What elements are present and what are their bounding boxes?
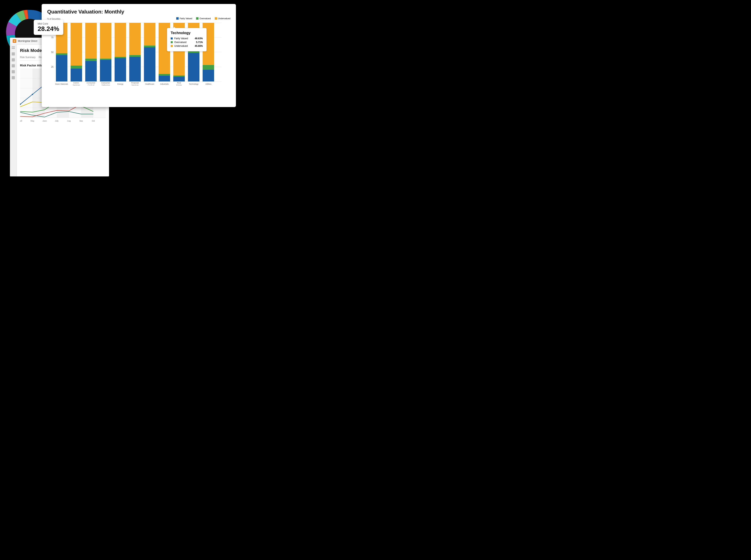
svg-text:Real: Real [177,82,181,84]
bar-re-fairly [173,77,185,81]
tooltip-over-label: Overvalued [174,41,195,44]
svg-text:Aug: Aug [67,120,71,122]
fairly-valued-legend-sq [176,17,179,20]
bar-ind-over [159,74,170,76]
bar-fin-fairly [129,57,141,81]
bar-cons-def-fairly [100,60,112,81]
bar-energy-under [115,23,126,57]
tooltip-fairly-val: 48.63% [195,37,203,40]
bar-cons-def-over [100,59,112,60]
ms-logo-icon: M [13,39,16,43]
qv-tooltip-row-fairly: Fairly Valued 48.63% [171,37,203,40]
svg-text:April: April [20,120,22,122]
svg-text:Technology: Technology [189,83,198,85]
svg-text:Cyclical: Cyclical [88,84,94,85]
svg-text:Estate: Estate [176,84,182,85]
folder-icon[interactable] [12,58,15,61]
svg-text:Financial: Financial [131,82,139,84]
svg-text:Energy: Energy [117,83,123,85]
bar-health-over [144,45,155,47]
qv-y-axis-label: % of Securities [47,18,60,20]
tooltip-under-label: Undervalued [174,45,193,47]
tooltip-under-sq [171,45,173,47]
bar-cons-cyc-under [85,23,97,59]
mid-core-value: 28.24% [38,25,59,32]
mid-core-label: Mid Core [38,22,59,25]
home-icon[interactable] [12,52,15,56]
qv-tooltip-title: Technology [171,31,203,35]
bar-fin-over [129,55,141,57]
qv-panel: Quantitative Valuation: Monthly % of Sec… [42,4,236,107]
ms-sidebar [10,44,17,176]
svg-text:Defensive: Defensive [101,84,110,85]
svg-text:Sep: Sep [79,120,83,122]
bar-comm-fairly [71,68,82,81]
mid-core-badge: Mid Core 28.24% [34,20,63,35]
undervalued-legend-label: Undervalued [218,17,230,20]
svg-text:Comm.: Comm. [73,82,79,84]
bar-health-fairly [144,47,155,81]
svg-text:Healthcare: Healthcare [145,83,154,85]
svg-text:Services: Services [132,84,139,85]
svg-text:Utilities: Utilities [205,83,212,85]
qv-title: Quantitative Valuation: Monthly [47,9,230,15]
svg-text:Industrials: Industrials [160,83,169,85]
undervalued-legend-sq [215,17,217,20]
overvalued-legend-sq [196,17,198,20]
qv-legend: Fairly Valued Overvalued Undervalued [176,17,230,20]
svg-text:Oct: Oct [92,120,95,122]
bar-energy-over [115,57,126,58]
svg-text:Consumer: Consumer [101,82,110,84]
bar-comm-over [71,66,82,68]
svg-text:Services: Services [73,84,80,85]
tooltip-fairly-label: Fairly Valued [174,37,193,40]
triangle-icon[interactable] [12,70,15,73]
bar-fin-under [129,23,141,55]
tooltip-over-val: 5.71% [196,41,203,44]
bar-energy-fairly [115,58,126,81]
bar-cons-def-under [100,23,112,59]
svg-text:75: 75 [51,36,54,39]
bar-util-over [203,65,214,70]
fairly-valued-legend-label: Fairly Valued [180,17,192,20]
qv-tooltip: Technology Fairly Valued 48.63% Overvalu… [167,28,206,51]
svg-text:May: May [31,120,34,122]
tooltip-over-sq [171,41,173,43]
svg-text:July: July [55,120,58,122]
overvalued-legend-label: Overvalued [199,17,211,20]
svg-text:Basic
Materials: Basic Materials [55,83,68,85]
bar-re-over [173,76,185,77]
bar-basic-fairly [56,55,67,81]
ms-brand-label: Morningstar Direct [18,40,37,42]
svg-point-17 [32,94,33,95]
tab-risk-summary[interactable]: Risk Summary [20,56,36,60]
bar-ind-fairly [159,76,170,81]
bar-comm-under [71,23,82,66]
bar-tech-fairly [188,53,199,81]
tooltip-under-val: 45.66% [195,45,203,47]
svg-text:June: June [42,120,46,122]
bar-health-under [144,23,155,45]
bar-cons-cyc-fairly [85,61,97,81]
tooltip-fairly-sq [171,38,173,39]
qv-tooltip-row-over: Overvalued 5.71% [171,41,203,44]
svg-text:Consumer: Consumer [87,82,95,84]
bar-cons-cyc-over [85,59,97,61]
chart-icon[interactable] [12,64,15,67]
svg-text:25: 25 [51,66,54,68]
bar-basic-over [56,53,67,55]
svg-text:50: 50 [51,51,54,53]
bar-util-fairly [203,70,214,81]
menu-icon[interactable] [12,46,15,49]
qv-tooltip-row-under: Undervalued 45.66% [171,45,203,47]
star-icon[interactable] [12,76,15,79]
qv-chart-area: 100 75 50 25 [47,22,230,86]
